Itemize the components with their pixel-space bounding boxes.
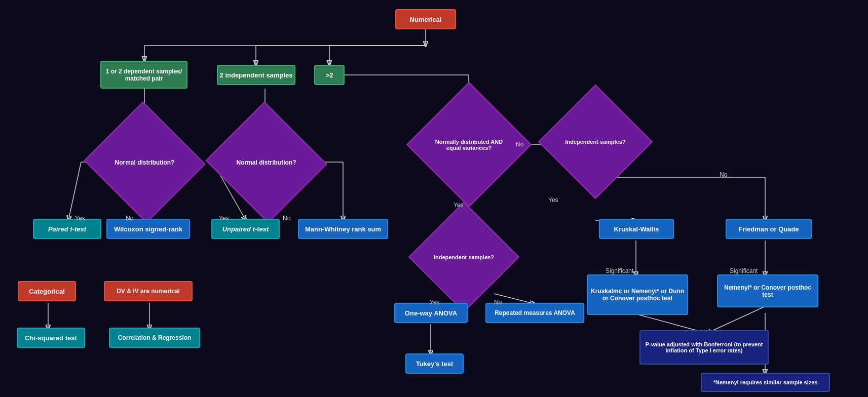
ind-2-node: 2 independent samples bbox=[217, 65, 295, 85]
no-label-1: No bbox=[126, 215, 133, 222]
nemenyi-node: Nemenyi* or Conover posthoc test bbox=[717, 274, 818, 307]
yes-label-3: Yes bbox=[454, 202, 464, 209]
svg-line-30 bbox=[707, 306, 765, 333]
normal-dist1-diamond: Normal distribution? bbox=[100, 121, 189, 204]
paired-t-node: Paired t-test bbox=[33, 219, 101, 239]
yes-label-5: Yes bbox=[430, 299, 440, 306]
yes-label-1: Yes bbox=[75, 215, 85, 222]
corr-regression-node: Correlation & Regression bbox=[109, 328, 200, 348]
gt2-node: >2 bbox=[314, 65, 345, 85]
kruskal-wallis-node: Kruskal-Wallis bbox=[599, 219, 674, 239]
nemenyi-note-node: *Nemenyi requires similar sample sizes bbox=[701, 373, 830, 392]
normal-dist2-diamond: Normal distribution? bbox=[222, 121, 311, 204]
yes-label-4: Yes bbox=[548, 196, 558, 204]
independent-samples1-diamond: Independent samples? bbox=[555, 101, 636, 182]
chi-squared-node: Chi-squared test bbox=[17, 328, 85, 348]
significant-label-1: Significant bbox=[606, 267, 633, 274]
no-label-3: No bbox=[516, 141, 523, 148]
categorical-node: Categorical bbox=[18, 281, 76, 301]
numerical-node: Numerical bbox=[395, 9, 456, 29]
kruskalmc-node: Kruskalmc or Nemenyi* or Dunn or Conover… bbox=[587, 274, 688, 315]
flowchart: Numerical 1 or 2 dependent samples/ matc… bbox=[0, 0, 868, 397]
one-way-anova-node: One-way ANOVA bbox=[394, 303, 468, 323]
no-label-5: No bbox=[494, 299, 502, 306]
dv-iv-node: DV & IV are numerical bbox=[104, 281, 193, 301]
no-label-2: No bbox=[283, 215, 290, 222]
friedman-quade-node: Friedman or Quade bbox=[726, 219, 812, 239]
independent-samples2-diamond: Independent samples? bbox=[425, 218, 503, 296]
mann-whitney-node: Mann-Whitney rank sum bbox=[298, 219, 388, 239]
no-label-4: No bbox=[720, 171, 727, 178]
normally-dist-diamond: Normally distributed AND equal variances… bbox=[425, 100, 513, 189]
unpaired-t-node: Unpaired t-test bbox=[211, 219, 280, 239]
dep-samples-node: 1 or 2 dependent samples/ matched pair bbox=[100, 61, 187, 89]
pvalue-bonferroni-node: P-value adjusted with Bonferroni (to pre… bbox=[639, 330, 769, 365]
svg-line-11 bbox=[68, 162, 81, 220]
yes-label-2: Yes bbox=[219, 215, 229, 222]
wilcoxon-node: Wilcoxon signed-rank bbox=[106, 219, 190, 239]
repeated-anova-node: Repeated measures ANOVA bbox=[485, 303, 584, 323]
tukeys-node: Tukey's test bbox=[405, 353, 464, 374]
significant-label-2: Significant bbox=[730, 267, 758, 274]
